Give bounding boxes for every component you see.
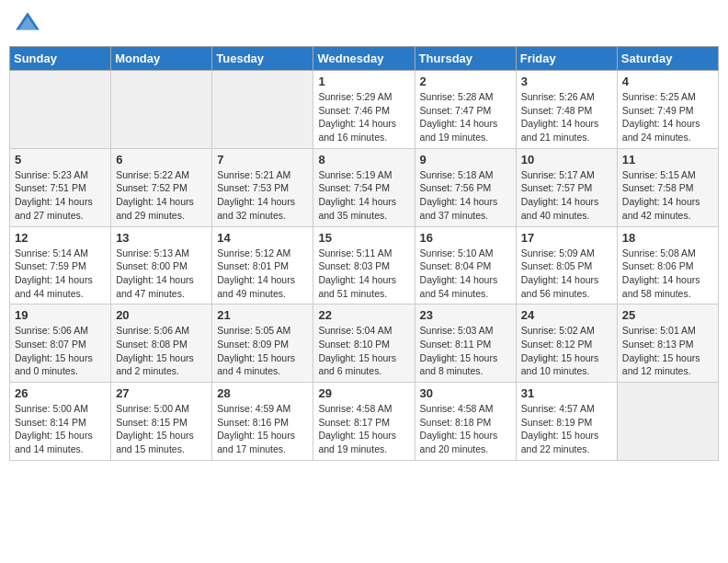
calendar-cell: 7Sunrise: 5:21 AM Sunset: 7:53 PM Daylig… bbox=[212, 148, 313, 226]
day-info: Sunrise: 5:10 AM Sunset: 8:04 PM Dayligh… bbox=[420, 247, 511, 301]
day-number: 13 bbox=[116, 231, 207, 245]
day-info: Sunrise: 5:28 AM Sunset: 7:47 PM Dayligh… bbox=[420, 90, 511, 144]
calendar-cell: 4Sunrise: 5:25 AM Sunset: 7:49 PM Daylig… bbox=[617, 71, 718, 149]
day-number: 6 bbox=[116, 153, 207, 167]
calendar-cell: 22Sunrise: 5:04 AM Sunset: 8:10 PM Dayli… bbox=[313, 304, 415, 383]
day-number: 28 bbox=[217, 386, 308, 400]
calendar-week-row: 5Sunrise: 5:23 AM Sunset: 7:51 PM Daylig… bbox=[10, 148, 719, 226]
logo-icon bbox=[13, 9, 42, 39]
day-info: Sunrise: 5:05 AM Sunset: 8:09 PM Dayligh… bbox=[217, 324, 308, 378]
calendar-table: SundayMondayTuesdayWednesdayThursdayFrid… bbox=[9, 46, 719, 461]
weekday-header-sunday: Sunday bbox=[10, 47, 111, 71]
calendar-week-row: 19Sunrise: 5:06 AM Sunset: 8:07 PM Dayli… bbox=[10, 304, 719, 383]
day-info: Sunrise: 5:00 AM Sunset: 8:14 PM Dayligh… bbox=[15, 402, 106, 456]
calendar-cell: 10Sunrise: 5:17 AM Sunset: 7:57 PM Dayli… bbox=[516, 148, 617, 226]
day-info: Sunrise: 5:21 AM Sunset: 7:53 PM Dayligh… bbox=[217, 168, 308, 223]
day-number: 20 bbox=[116, 308, 207, 322]
day-info: Sunrise: 4:58 AM Sunset: 8:17 PM Dayligh… bbox=[318, 402, 409, 456]
day-number: 21 bbox=[217, 308, 308, 322]
day-info: Sunrise: 4:59 AM Sunset: 8:16 PM Dayligh… bbox=[217, 402, 308, 456]
day-number: 15 bbox=[318, 231, 409, 245]
weekday-header-friday: Friday bbox=[516, 47, 617, 71]
day-info: Sunrise: 5:14 AM Sunset: 7:59 PM Dayligh… bbox=[15, 247, 106, 301]
day-number: 16 bbox=[420, 231, 511, 245]
calendar-week-row: 26Sunrise: 5:00 AM Sunset: 8:14 PM Dayli… bbox=[10, 383, 719, 461]
calendar-cell: 17Sunrise: 5:09 AM Sunset: 8:05 PM Dayli… bbox=[516, 226, 617, 304]
day-info: Sunrise: 5:26 AM Sunset: 7:48 PM Dayligh… bbox=[521, 90, 612, 144]
calendar-cell bbox=[10, 71, 111, 149]
calendar-week-row: 1Sunrise: 5:29 AM Sunset: 7:46 PM Daylig… bbox=[10, 71, 719, 149]
calendar-cell: 5Sunrise: 5:23 AM Sunset: 7:51 PM Daylig… bbox=[10, 148, 111, 226]
day-info: Sunrise: 5:06 AM Sunset: 8:07 PM Dayligh… bbox=[15, 324, 106, 378]
day-info: Sunrise: 5:06 AM Sunset: 8:08 PM Dayligh… bbox=[116, 324, 207, 378]
day-number: 26 bbox=[15, 386, 106, 400]
weekday-header-thursday: Thursday bbox=[415, 47, 516, 71]
day-number: 30 bbox=[420, 386, 511, 400]
calendar-cell: 28Sunrise: 4:59 AM Sunset: 8:16 PM Dayli… bbox=[212, 383, 313, 461]
day-number: 10 bbox=[521, 153, 612, 167]
calendar-cell: 19Sunrise: 5:06 AM Sunset: 8:07 PM Dayli… bbox=[10, 304, 111, 383]
day-number: 25 bbox=[622, 308, 713, 322]
calendar-cell bbox=[617, 383, 718, 461]
day-number: 5 bbox=[15, 153, 106, 167]
day-info: Sunrise: 5:11 AM Sunset: 8:03 PM Dayligh… bbox=[318, 247, 409, 301]
day-number: 8 bbox=[318, 153, 409, 167]
calendar-cell: 3Sunrise: 5:26 AM Sunset: 7:48 PM Daylig… bbox=[516, 71, 617, 149]
day-number: 23 bbox=[420, 308, 511, 322]
day-info: Sunrise: 5:04 AM Sunset: 8:10 PM Dayligh… bbox=[318, 324, 409, 378]
day-number: 24 bbox=[521, 308, 612, 322]
weekday-header-tuesday: Tuesday bbox=[212, 47, 313, 71]
day-info: Sunrise: 5:18 AM Sunset: 7:56 PM Dayligh… bbox=[420, 168, 511, 223]
calendar-cell: 12Sunrise: 5:14 AM Sunset: 7:59 PM Dayli… bbox=[10, 226, 111, 304]
day-info: Sunrise: 5:12 AM Sunset: 8:01 PM Dayligh… bbox=[217, 247, 308, 301]
day-info: Sunrise: 5:22 AM Sunset: 7:52 PM Dayligh… bbox=[116, 168, 207, 223]
page-header bbox=[9, 9, 719, 39]
weekday-header-row: SundayMondayTuesdayWednesdayThursdayFrid… bbox=[10, 47, 719, 71]
day-number: 22 bbox=[318, 308, 409, 322]
day-number: 7 bbox=[217, 153, 308, 167]
weekday-header-monday: Monday bbox=[111, 47, 212, 71]
day-number: 3 bbox=[521, 75, 612, 88]
day-number: 2 bbox=[420, 75, 511, 88]
calendar-cell: 8Sunrise: 5:19 AM Sunset: 7:54 PM Daylig… bbox=[313, 148, 415, 226]
calendar-cell: 1Sunrise: 5:29 AM Sunset: 7:46 PM Daylig… bbox=[313, 71, 415, 149]
day-info: Sunrise: 4:57 AM Sunset: 8:19 PM Dayligh… bbox=[521, 402, 612, 456]
calendar-cell: 13Sunrise: 5:13 AM Sunset: 8:00 PM Dayli… bbox=[111, 226, 212, 304]
day-number: 19 bbox=[15, 308, 106, 322]
day-info: Sunrise: 5:29 AM Sunset: 7:46 PM Dayligh… bbox=[318, 90, 409, 144]
day-number: 1 bbox=[318, 75, 409, 88]
logo bbox=[13, 9, 44, 39]
calendar-cell: 18Sunrise: 5:08 AM Sunset: 8:06 PM Dayli… bbox=[617, 226, 718, 304]
calendar-cell: 23Sunrise: 5:03 AM Sunset: 8:11 PM Dayli… bbox=[415, 304, 516, 383]
calendar-cell: 20Sunrise: 5:06 AM Sunset: 8:08 PM Dayli… bbox=[111, 304, 212, 383]
calendar-cell: 16Sunrise: 5:10 AM Sunset: 8:04 PM Dayli… bbox=[415, 226, 516, 304]
calendar-cell: 15Sunrise: 5:11 AM Sunset: 8:03 PM Dayli… bbox=[313, 226, 415, 304]
day-info: Sunrise: 5:02 AM Sunset: 8:12 PM Dayligh… bbox=[521, 324, 612, 378]
day-number: 11 bbox=[622, 153, 713, 167]
calendar-cell: 26Sunrise: 5:00 AM Sunset: 8:14 PM Dayli… bbox=[10, 383, 111, 461]
calendar-cell: 9Sunrise: 5:18 AM Sunset: 7:56 PM Daylig… bbox=[415, 148, 516, 226]
weekday-header-wednesday: Wednesday bbox=[313, 47, 415, 71]
day-number: 27 bbox=[116, 386, 207, 400]
day-info: Sunrise: 5:23 AM Sunset: 7:51 PM Dayligh… bbox=[15, 168, 106, 223]
calendar-cell bbox=[212, 71, 313, 149]
day-info: Sunrise: 4:58 AM Sunset: 8:18 PM Dayligh… bbox=[420, 402, 511, 456]
calendar-cell: 14Sunrise: 5:12 AM Sunset: 8:01 PM Dayli… bbox=[212, 226, 313, 304]
calendar-cell: 27Sunrise: 5:00 AM Sunset: 8:15 PM Dayli… bbox=[111, 383, 212, 461]
day-number: 9 bbox=[420, 153, 511, 167]
calendar-cell: 29Sunrise: 4:58 AM Sunset: 8:17 PM Dayli… bbox=[313, 383, 415, 461]
day-info: Sunrise: 5:13 AM Sunset: 8:00 PM Dayligh… bbox=[116, 247, 207, 301]
day-info: Sunrise: 5:09 AM Sunset: 8:05 PM Dayligh… bbox=[521, 247, 612, 301]
calendar-cell: 2Sunrise: 5:28 AM Sunset: 7:47 PM Daylig… bbox=[415, 71, 516, 149]
calendar-cell: 11Sunrise: 5:15 AM Sunset: 7:58 PM Dayli… bbox=[617, 148, 718, 226]
calendar-cell: 24Sunrise: 5:02 AM Sunset: 8:12 PM Dayli… bbox=[516, 304, 617, 383]
day-info: Sunrise: 5:08 AM Sunset: 8:06 PM Dayligh… bbox=[622, 247, 713, 301]
day-number: 17 bbox=[521, 231, 612, 245]
day-info: Sunrise: 5:25 AM Sunset: 7:49 PM Dayligh… bbox=[622, 90, 713, 144]
day-number: 14 bbox=[217, 231, 308, 245]
calendar-cell bbox=[111, 71, 212, 149]
day-number: 29 bbox=[318, 386, 409, 400]
day-number: 12 bbox=[15, 231, 106, 245]
calendar-cell: 21Sunrise: 5:05 AM Sunset: 8:09 PM Dayli… bbox=[212, 304, 313, 383]
calendar-cell: 31Sunrise: 4:57 AM Sunset: 8:19 PM Dayli… bbox=[516, 383, 617, 461]
